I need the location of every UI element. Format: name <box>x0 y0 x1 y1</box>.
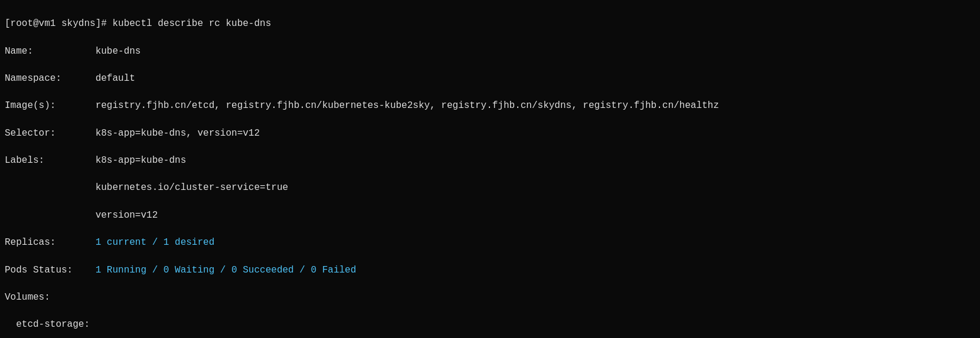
selector-label: Selector: <box>5 128 96 139</box>
images-line: Image(s): registry.fjhb.cn/etcd, registr… <box>5 99 975 113</box>
etcd-storage-label: etcd-storage: <box>5 319 90 330</box>
terminal: [root@vm1 skydns]# kubectl describe rc k… <box>5 4 975 338</box>
name-line: Name: kube-dns <box>5 45 975 58</box>
namespace-value: default <box>96 73 135 84</box>
pods-status-label: Pods Status: <box>5 265 96 275</box>
images-label: Image(s): <box>5 100 96 111</box>
labels-value3: version=v12 <box>96 210 158 221</box>
namespace-line: Namespace: default <box>5 72 975 86</box>
labels-line2: kubernetes.io/cluster-service=true <box>5 181 975 195</box>
labels-spacer <box>5 182 96 193</box>
volumes-line: Volumes: <box>5 291 975 304</box>
replicas-line: Replicas: 1 current / 1 desired <box>5 236 975 250</box>
labels-line3: version=v12 <box>5 209 975 222</box>
labels-spacer2 <box>5 210 96 221</box>
name-value: kube-dns <box>96 46 141 57</box>
replicas-label: Replicas: <box>5 237 96 248</box>
name-label: Name: <box>5 46 96 57</box>
volumes-label: Volumes: <box>5 292 50 303</box>
selector-value: k8s-app=kube-dns, version=v12 <box>96 128 260 139</box>
labels-value1: k8s-app=kube-dns <box>96 155 187 166</box>
pods-status-line: Pods Status: 1 Running / 0 Waiting / 0 S… <box>5 264 975 277</box>
labels-label: Labels: <box>5 155 96 166</box>
images-value: registry.fjhb.cn/etcd, registry.fjhb.cn/… <box>96 100 719 111</box>
labels-value2: kubernetes.io/cluster-service=true <box>96 182 288 193</box>
replicas-value: 1 current / 1 desired <box>96 237 215 248</box>
etcd-storage-line: etcd-storage: <box>5 318 975 332</box>
prompt-line: [root@vm1 skydns]# kubectl describe rc k… <box>5 17 975 31</box>
pods-status-value: 1 Running / 0 Waiting / 0 Succeeded / 0 … <box>96 265 357 275</box>
labels-line: Labels: k8s-app=kube-dns <box>5 154 975 168</box>
namespace-label: Namespace: <box>5 73 96 84</box>
selector-line: Selector: k8s-app=kube-dns, version=v12 <box>5 127 975 140</box>
